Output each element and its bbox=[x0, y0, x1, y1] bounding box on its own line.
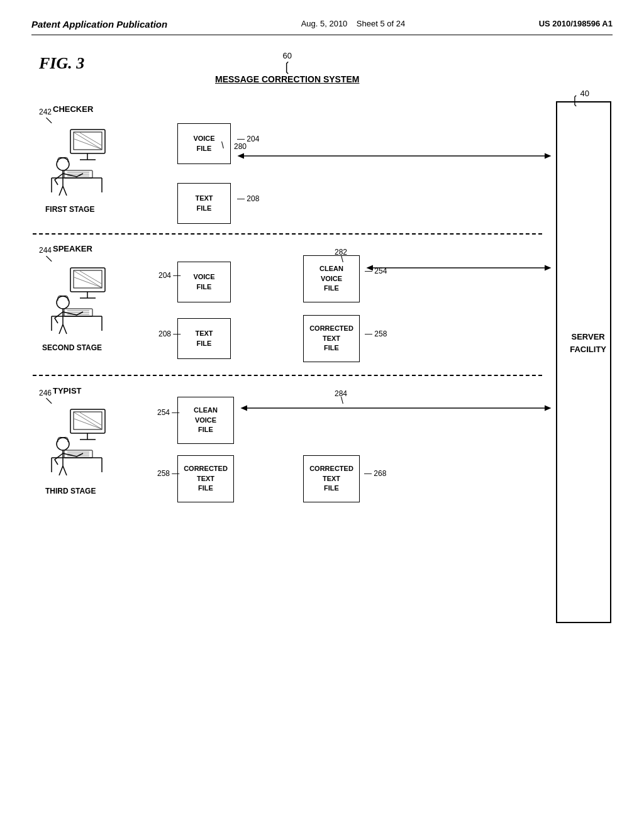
server-facility-box bbox=[556, 101, 611, 623]
system-label-area: 60 ❲ MESSAGE CORRECTION SYSTEM bbox=[215, 51, 359, 84]
second-stage-label: SECOND STAGE bbox=[42, 343, 102, 352]
svg-line-18 bbox=[74, 271, 101, 287]
checker-figure bbox=[45, 117, 121, 201]
text-file-1-number: — 208 bbox=[237, 194, 259, 203]
server-brace: ❲ bbox=[570, 93, 580, 107]
corr-text-3-number: 258 — bbox=[157, 469, 179, 478]
arrow-280 bbox=[234, 150, 555, 162]
typist-label: TYPIST bbox=[53, 386, 82, 396]
text-file-2-number: 208 — bbox=[158, 329, 180, 338]
typist-figure bbox=[45, 397, 121, 481]
header: Patent Application Publication Aug. 5, 2… bbox=[31, 19, 613, 35]
dashed-divider-2 bbox=[33, 375, 542, 376]
page: Patent Application Publication Aug. 5, 2… bbox=[0, 0, 644, 830]
speaker-number: 244 bbox=[39, 246, 52, 255]
checker-number: 242 bbox=[39, 108, 52, 116]
clean-voice-file: CLEAN VOICE FILE bbox=[303, 255, 360, 302]
svg-line-34 bbox=[74, 412, 101, 429]
header-publication: Patent Application Publication bbox=[31, 19, 167, 30]
clean-voice-file-3: CLEAN VOICE FILE bbox=[177, 397, 234, 444]
corr-text-file-3b: CORRECTED TEXT FILE bbox=[303, 455, 360, 502]
voice-file-2: VOICE FILE bbox=[177, 262, 231, 302]
diagram-container: FIG. 3 60 ❲ MESSAGE CORRECTION SYSTEM 40… bbox=[33, 48, 611, 790]
svg-line-4 bbox=[80, 133, 101, 145]
third-stage-label: THIRD STAGE bbox=[45, 487, 96, 495]
svg-line-36 bbox=[80, 412, 101, 425]
svg-line-2 bbox=[74, 133, 101, 149]
dashed-divider-1 bbox=[33, 233, 542, 235]
system-number: 60 bbox=[215, 51, 359, 60]
voice-file-2-number: 204 — bbox=[158, 271, 180, 280]
server-facility-label: SERVER FACILITY bbox=[570, 331, 606, 355]
system-title: MESSAGE CORRECTION SYSTEM bbox=[215, 74, 359, 84]
corr-text-file-2: CORRECTED TEXT FILE bbox=[303, 315, 360, 362]
text-file-2: TEXT FILE bbox=[177, 318, 231, 359]
server-number-label: 40 bbox=[580, 89, 589, 98]
svg-line-20 bbox=[80, 271, 101, 284]
corr-text-3b-number: — 268 bbox=[364, 469, 386, 478]
arrow-284 bbox=[237, 402, 558, 414]
svg-line-19 bbox=[74, 277, 101, 287]
speaker-label: SPEAKER bbox=[53, 244, 92, 253]
svg-line-3 bbox=[74, 139, 101, 149]
fig-title: FIG. 3 bbox=[39, 54, 84, 73]
first-stage-label: FIRST STAGE bbox=[45, 205, 94, 214]
checker-label: CHECKER bbox=[53, 104, 93, 114]
arrow-282 bbox=[363, 262, 558, 274]
corr-text-2-number: — 258 bbox=[365, 329, 387, 338]
clean-voice-3-number: 254 — bbox=[157, 408, 179, 417]
svg-line-35 bbox=[74, 419, 101, 429]
brace-down: ❲ bbox=[215, 60, 359, 73]
text-file-1: TEXT FILE bbox=[177, 183, 231, 224]
arrow-280-brace: \ bbox=[221, 140, 224, 150]
speaker-figure bbox=[45, 255, 121, 340]
arrow-282-brace: \ bbox=[341, 254, 343, 264]
corr-text-file-3: CORRECTED TEXT FILE bbox=[177, 455, 234, 502]
header-patent-number: US 2010/198596 A1 bbox=[539, 19, 613, 28]
svg-point-7 bbox=[57, 158, 69, 170]
header-date-sheet: Aug. 5, 2010 Sheet 5 of 24 bbox=[301, 19, 406, 28]
svg-point-39 bbox=[57, 438, 69, 450]
svg-point-23 bbox=[57, 296, 69, 309]
